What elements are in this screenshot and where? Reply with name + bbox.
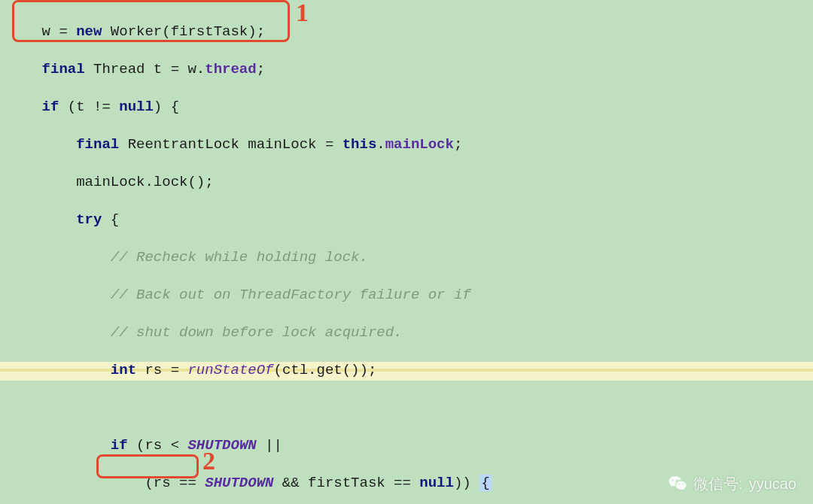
wechat-watermark: 微信号: yyucao bbox=[668, 474, 796, 493]
code-line: // Back out on ThreadFactory failure or … bbox=[0, 286, 813, 305]
annotation-label-2: 2 bbox=[202, 451, 215, 470]
code-line: try { bbox=[0, 211, 813, 229]
code-line: int rs = runStateOf(ctl.get()); bbox=[0, 361, 813, 380]
code-line: final Thread t = w.thread; bbox=[0, 60, 813, 79]
code-line: final ReentrantLock mainLock = this.main… bbox=[0, 135, 813, 154]
code-line: // Recheck while holding lock. bbox=[0, 248, 813, 267]
watermark-id: yyucao bbox=[749, 475, 796, 493]
code-line: mainLock.lock(); bbox=[0, 173, 813, 192]
code-line: w = new Worker(firstTask); bbox=[0, 23, 813, 41]
watermark-prefix: 微信号: bbox=[693, 475, 743, 493]
code-line bbox=[0, 399, 813, 417]
code-block: w = new Worker(firstTask); final Thread … bbox=[0, 0, 813, 504]
matched-brace: { bbox=[480, 475, 491, 491]
code-line: // shut down before lock acquired. bbox=[0, 323, 813, 342]
annotation-label-1: 1 bbox=[296, 3, 309, 22]
code-line: if (t != null) { bbox=[0, 98, 813, 117]
wechat-icon bbox=[668, 474, 687, 493]
code-line: if (rs < SHUTDOWN || bbox=[0, 436, 813, 455]
